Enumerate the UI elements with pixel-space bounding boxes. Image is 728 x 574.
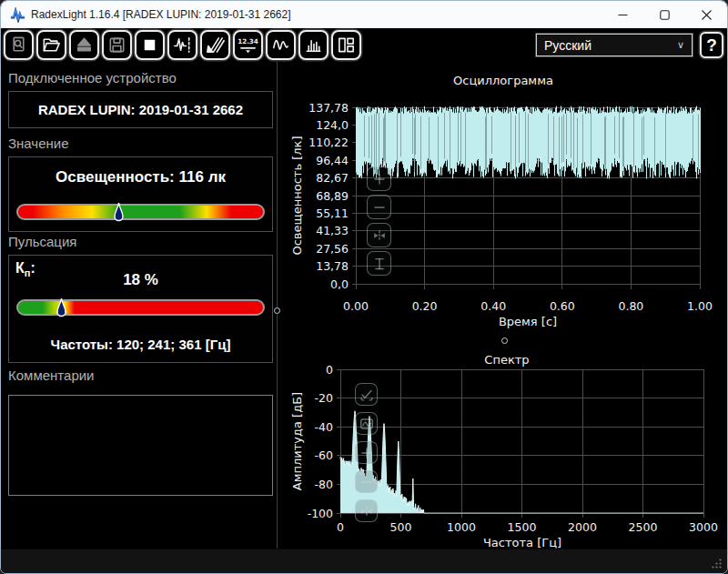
svg-text:Осциллограмма: Осциллограмма bbox=[453, 74, 553, 87]
svg-text:55,11: 55,11 bbox=[316, 206, 349, 220]
svg-text:Освещенность [лк]: Освещенность [лк] bbox=[290, 136, 304, 255]
svg-text:0.00: 0.00 bbox=[343, 299, 369, 313]
fit-vertical-icon bbox=[370, 255, 389, 273]
svg-text:Частота [Гц]: Частота [Гц] bbox=[483, 536, 561, 549]
spectrum-fit-horizontal-button[interactable] bbox=[355, 499, 378, 522]
oscillogram-chart[interactable]: 137,78124,0110,2296,4482,6768,8955,1141,… bbox=[290, 74, 713, 328]
svg-text:1.00: 1.00 bbox=[687, 299, 713, 313]
svg-text:0: 0 bbox=[337, 520, 344, 534]
svg-text:2500: 2500 bbox=[629, 520, 658, 534]
svg-text:110,22: 110,22 bbox=[308, 136, 349, 149]
svg-text:500: 500 bbox=[390, 520, 412, 534]
svg-text:0.80: 0.80 bbox=[618, 299, 643, 313]
autoscale-check-icon bbox=[358, 386, 376, 404]
svg-text:-40: -40 bbox=[315, 420, 333, 434]
svg-text:0.20: 0.20 bbox=[412, 299, 438, 313]
svg-text:68,89: 68,89 bbox=[316, 189, 349, 203]
svg-text:1000: 1000 bbox=[447, 520, 476, 534]
svg-text:27,56: 27,56 bbox=[316, 242, 349, 256]
svg-text:0: 0 bbox=[326, 363, 333, 377]
svg-text:41,33: 41,33 bbox=[316, 224, 349, 237]
svg-text:137,78: 137,78 bbox=[308, 101, 349, 115]
svg-text:96,44: 96,44 bbox=[316, 154, 349, 167]
fit-horizontal-icon bbox=[370, 227, 389, 245]
svg-text:Спектр: Спектр bbox=[484, 353, 529, 367]
zoom-in-icon bbox=[358, 444, 376, 462]
svg-text:124,0: 124,0 bbox=[316, 118, 349, 132]
svg-text:Амплитуда [дБ]: Амплитуда [дБ] bbox=[290, 392, 304, 490]
status-bar bbox=[1, 549, 727, 573]
svg-text:13,78: 13,78 bbox=[316, 259, 349, 273]
svg-text:0.60: 0.60 bbox=[550, 299, 575, 313]
svg-text:0.40: 0.40 bbox=[480, 299, 506, 313]
spectrum-smooth-wave-button[interactable] bbox=[355, 412, 378, 435]
zoom-out-icon bbox=[370, 198, 389, 217]
svg-text:-20: -20 bbox=[315, 391, 333, 405]
svg-text:-80: -80 bbox=[315, 478, 333, 491]
svg-text:1500: 1500 bbox=[508, 520, 537, 534]
spectrum-zoom-in-button[interactable] bbox=[355, 441, 378, 464]
oscillogram-fit-vertical-button[interactable] bbox=[367, 251, 391, 276]
svg-text:-60: -60 bbox=[315, 448, 333, 462]
svg-text:0,0: 0,0 bbox=[330, 277, 349, 291]
spectrum-autoscale-check-button[interactable] bbox=[355, 383, 378, 406]
svg-text:Время [с]: Время [с] bbox=[499, 315, 557, 328]
smooth-wave-icon bbox=[358, 415, 376, 433]
oscillogram-zoom-out-button[interactable] bbox=[367, 195, 391, 219]
svg-text:2000: 2000 bbox=[568, 520, 597, 534]
svg-text:3000: 3000 bbox=[689, 520, 718, 534]
resize-grip-icon[interactable] bbox=[712, 559, 722, 569]
zoom-in-icon bbox=[370, 170, 389, 188]
fit-horizontal-icon bbox=[358, 502, 376, 520]
svg-text:82,67: 82,67 bbox=[316, 171, 349, 185]
svg-text:-100: -100 bbox=[308, 507, 333, 520]
spectrum-zoom-out-button[interactable] bbox=[355, 470, 378, 493]
oscillogram-fit-horizontal-button[interactable] bbox=[367, 223, 391, 247]
oscillogram-zoom-in-button[interactable] bbox=[367, 166, 391, 191]
zoom-out-icon bbox=[358, 473, 376, 491]
app-window: RadexLight 1.16.4 [RADEX LUPIN: 2019-01-… bbox=[0, 0, 728, 574]
